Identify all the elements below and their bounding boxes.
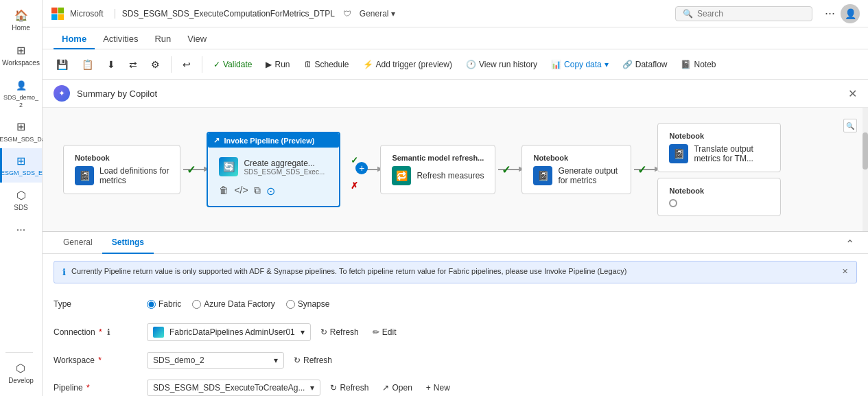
undo-button[interactable]: ↩ <box>177 56 196 73</box>
notebook2-check-badge: ✓ <box>637 163 646 176</box>
workspace-refresh-icon: ↻ <box>294 356 301 365</box>
view-run-history-label: View run history <box>479 60 537 69</box>
tab-general[interactable]: General <box>54 232 102 254</box>
validate-button[interactable]: ✓ Validate <box>208 57 257 72</box>
invoke-add-button[interactable]: + <box>355 162 368 174</box>
download-button[interactable]: ⬇ <box>102 56 121 73</box>
pipeline-open-label: Open <box>392 383 412 393</box>
schedule-button[interactable]: 🗓 Schedule <box>298 57 355 72</box>
more-options-button[interactable]: ··· <box>825 6 835 21</box>
transform-button[interactable]: ⇄ <box>124 56 143 73</box>
canvas-scrollbar[interactable] <box>863 108 868 231</box>
settings-icon: ⚙ <box>151 59 160 70</box>
avatar[interactable]: 👤 <box>841 4 860 23</box>
microsoft-logo <box>51 7 64 21</box>
pipeline-open-button[interactable]: ↗ Open <box>378 381 416 395</box>
connection-edit-button[interactable]: ✏ Edit <box>368 325 401 339</box>
invoke-copy-icon[interactable]: ⧉ <box>254 185 261 198</box>
radio-fabric[interactable]: Fabric <box>147 299 181 309</box>
general-dropdown[interactable]: General ▾ <box>360 9 395 19</box>
notebook-button[interactable]: 📓 Noteb <box>675 57 721 72</box>
connection-refresh-button[interactable]: ↻ Refresh <box>316 325 363 339</box>
right-nodes: Notebook 📓 Translate outputmetrics for T… <box>657 123 781 216</box>
sidebar-workspaces-label: Workspaces <box>2 59 40 67</box>
sidebar-item-sds-datas[interactable]: ⊞ SDS_ESGM_SDS_Datas... <box>0 115 42 149</box>
pipeline-canvas: Notebook 📓 Load definitions formetrics ✓ <box>43 108 868 231</box>
schedule-label: Schedule <box>315 60 349 69</box>
shield-icon: 🛡 <box>343 9 351 19</box>
workspace-row: Workspace * SDS_demo_2 ▾ ↻ Refresh <box>43 347 868 374</box>
invoke-code-icon[interactable]: </> <box>234 185 248 198</box>
radio-adf[interactable]: Azure Data Factory <box>192 299 274 309</box>
radio-adf-input[interactable] <box>192 300 201 309</box>
node-notebook2[interactable]: Notebook 📓 Generate outputfor metrics <box>521 145 631 194</box>
search-input[interactable] <box>697 9 805 19</box>
type-row: Type Fabric Azure Data Factory <box>43 290 868 318</box>
tab-run[interactable]: Run <box>146 30 179 49</box>
publish-button[interactable]: 📋 <box>76 56 99 73</box>
notebook-label: Noteb <box>694 60 716 69</box>
view-run-history-button[interactable]: 🕐 View run history <box>460 57 543 72</box>
sidebar-bottom: ⬡ Develop <box>5 349 36 396</box>
settings-collapse-button[interactable]: ⌃ <box>843 235 857 253</box>
content-area: ✦ Summary by Copilot ✕ Notebook 📓 Load d… <box>43 80 868 396</box>
node-notebook1-body: 📓 Load definitions formetrics <box>75 166 169 185</box>
run-button[interactable]: ▶ Run <box>260 57 295 72</box>
info-close-button[interactable]: ✕ <box>842 267 848 276</box>
node-notebook1[interactable]: Notebook 📓 Load definitions formetrics <box>63 145 180 194</box>
sidebar-item-sds-exec[interactable]: ⊞ SDS_ESGM_SDS_Exec... <box>0 148 42 183</box>
node-notebook1-wrapper: Notebook 📓 Load definitions formetrics ✓ <box>63 145 180 194</box>
sidebar-item-sds[interactable]: ⬡ SDS <box>0 183 42 218</box>
invoke-delete-icon[interactable]: 🗑 <box>219 185 228 198</box>
ribbon-tabs: Home Activities Run View <box>43 27 868 49</box>
dataflow-icon: 🔗 <box>622 60 633 69</box>
workspace-chevron-icon: ▾ <box>274 356 278 365</box>
node-notebook3[interactable]: Notebook 📓 Translate outputmetrics for T… <box>657 123 781 172</box>
settings-button[interactable]: ⚙ <box>145 56 165 73</box>
tab-settings[interactable]: Settings <box>102 232 154 254</box>
pipeline-new-button[interactable]: + New <box>422 381 454 395</box>
node-semantic[interactable]: Semantic model refresh... 🔁 Refresh meas… <box>380 145 495 194</box>
publish-icon: 📋 <box>82 59 93 70</box>
connection-dropdown[interactable]: FabricDataPipelines AdminUser01 ▾ <box>147 323 311 341</box>
workspace-required: * <box>98 356 102 365</box>
workspace-dropdown[interactable]: SDS_demo_2 ▾ <box>147 352 284 369</box>
node-notebook4[interactable]: Notebook <box>657 178 781 216</box>
radio-fabric-input[interactable] <box>147 300 156 309</box>
sidebar-item-more[interactable]: ··· <box>0 218 42 242</box>
sidebar-item-develop[interactable]: ⬡ Develop <box>5 356 36 391</box>
radio-synapse[interactable]: Synapse <box>286 299 330 309</box>
invoke-actions: 🗑 </> ⧉ ⊙ <box>219 185 328 198</box>
save-button[interactable]: 💾 <box>51 56 73 73</box>
sidebar-home-label: Home <box>12 24 30 32</box>
add-trigger-button[interactable]: ⚡ Add trigger (preview) <box>357 57 458 72</box>
workspace-label: Workspace * <box>54 356 136 365</box>
workspaces-icon: ⊞ <box>14 43 28 57</box>
tab-home[interactable]: Home <box>54 30 95 49</box>
radio-adf-label: Azure Data Factory <box>204 299 274 309</box>
pipeline-dropdown[interactable]: SDS_ESGM_SDS_ExecuteToCreateAg... ▾ <box>147 380 320 396</box>
node-invoke[interactable]: ↗ Invoke Pipeline (Preview) 🔄 Create agg… <box>207 132 340 207</box>
node-notebook1-title: Notebook <box>75 154 169 162</box>
sidebar-item-sds-demo[interactable]: 👤 SDS_demo_2 <box>0 73 42 115</box>
svg-rect-2 <box>51 14 58 20</box>
tab-view[interactable]: View <box>179 30 215 49</box>
brand-label: Microsoft <box>70 9 104 19</box>
copilot-close-button[interactable]: ✕ <box>848 87 857 100</box>
tab-activities[interactable]: Activities <box>95 30 146 49</box>
sidebar-item-workspaces[interactable]: ⊞ Workspaces <box>0 38 42 73</box>
dataflow-button[interactable]: 🔗 Dataflow <box>617 57 673 72</box>
search-box[interactable]: 🔍 <box>675 6 812 21</box>
radio-fabric-label: Fabric <box>159 299 181 309</box>
workspace-refresh-button[interactable]: ↻ Refresh <box>290 353 336 367</box>
copy-data-button[interactable]: 📊 Copy data ▾ <box>546 57 614 72</box>
invoke-nav-icon[interactable]: ⊙ <box>266 185 275 198</box>
pipeline-path: SDS_ESGM_SDS_ExecuteComputationForMetric… <box>115 9 335 19</box>
sds-demo-icon: 👤 <box>14 78 28 92</box>
sidebar-item-home[interactable]: 🏠 Home <box>0 3 42 38</box>
canvas-search-button[interactable]: 🔍 <box>843 119 857 132</box>
radio-synapse-input[interactable] <box>286 300 295 309</box>
svg-rect-0 <box>51 8 58 14</box>
history-icon: 🕐 <box>466 60 476 69</box>
pipeline-refresh-button[interactable]: ↻ Refresh <box>326 381 373 395</box>
